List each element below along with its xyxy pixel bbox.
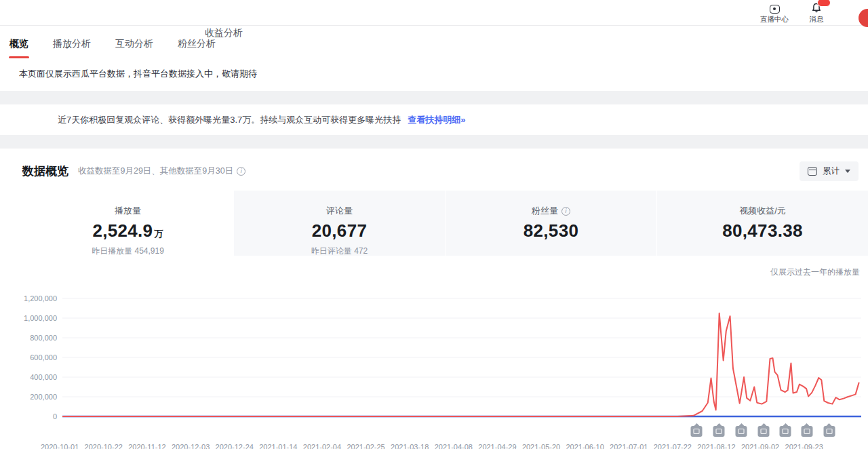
stat-label: 视频收益/元 [739,205,786,217]
y-tick-label: 0 [53,412,57,421]
tab-interaction-analysis[interactable]: 互动分析 [115,38,153,58]
x-tick-label: 2020-11-12 [128,443,165,449]
stat-sub-label: 昨日评论量 [311,246,352,256]
x-tick-label: 2021-04-08 [435,443,473,449]
video-marker-icon[interactable] [758,426,770,437]
trend-plot-svg [62,296,861,418]
calendar-icon [808,167,817,176]
stat-sub-value: 454,919 [134,246,163,256]
x-tick-label: 2021-08-12 [697,443,735,449]
platform-notice: 本页面仅展示西瓜平台数据，抖音平台数据接入中，敬请期待 [9,58,868,91]
x-tick-label: 2021-09-23 [785,443,823,449]
x-tick-label: 2020-12-24 [216,443,254,449]
y-tick-label: 400,000 [30,373,57,381]
live-center-icon [770,5,780,14]
y-tick-label: 1,200,000 [24,294,57,302]
x-tick-label: 2020-10-01 [41,443,79,449]
card-subtitle: 收益数据至9月29日、其他数据至9月30日 [78,165,233,177]
stat-sub-value: 472 [354,246,368,256]
y-axis-labels: 1,200,0001,000,000800,000600,000400,0002… [0,296,62,418]
video-markers [62,426,861,441]
video-marker-icon[interactable] [823,426,835,437]
tabs-section: 概览 播放分析 互动分析 粉丝分析 收益分析 本页面仅展示西瓜平台数据，抖音平台… [0,26,868,91]
notification-badge [817,0,831,7]
x-tick-label: 2021-09-02 [741,443,779,449]
info-icon[interactable] [237,167,245,176]
play-trend-chart: 1,200,0001,000,000800,000600,000400,0002… [0,296,868,418]
video-marker-icon[interactable] [691,426,703,437]
x-tick-label: 2021-05-20 [522,443,560,449]
chevron-down-icon [845,170,850,173]
range-selector[interactable]: 累计 [800,161,859,181]
range-selector-value: 累计 [823,165,840,177]
stat-tile-plays[interactable]: 播放量 2,524.9万 昨日播放量 454,919 [22,191,233,256]
stat-unit: 万 [154,229,163,239]
stat-sub-label: 昨日播放量 [92,246,132,256]
stat-value: 82,530 [524,220,578,241]
y-tick-label: 200,000 [30,393,57,401]
y-tick-label: 1,000,000 [24,314,57,322]
y-tick-label: 600,000 [30,353,57,362]
video-marker-icon[interactable] [780,426,791,437]
x-tick-label: 2021-01-14 [259,443,297,449]
stat-tile-fans[interactable]: 粉丝量 82,530 [446,191,656,256]
stat-tile-revenue[interactable]: 视频收益/元 80,473.38 [657,191,868,256]
video-marker-icon[interactable] [801,426,812,437]
spacer-band [0,91,868,104]
video-marker-icon[interactable] [736,426,747,437]
exposure-notice-text: 近7天你积极回复观众评论、获得额外曝光量3.7万。持续与观众互动可获得更多曝光扶… [58,114,401,126]
top-bar: 直播中心 消息 [0,0,868,26]
stat-tiles: 播放量 2,524.9万 昨日播放量 454,919 评论量 20,677 昨日… [22,191,868,256]
stat-tile-comments[interactable]: 评论量 20,677 昨日评论量 472 [234,191,445,256]
x-tick-label: 2021-07-01 [610,443,648,449]
stat-value: 20,677 [312,220,367,241]
video-marker-icon[interactable] [713,426,725,437]
info-icon[interactable] [561,207,570,216]
x-tick-label: 2021-03-18 [391,443,429,449]
exposure-detail-link[interactable]: 查看扶持明细» [408,114,465,126]
x-tick-label: 2020-12-03 [172,443,210,449]
live-center-label: 直播中心 [760,15,789,24]
stat-value: 80,473.38 [722,220,802,241]
x-tick-label: 2021-02-04 [303,443,341,449]
tab-bar: 概览 播放分析 互动分析 粉丝分析 收益分析 [9,35,868,58]
card-title: 数据概览 [22,163,68,179]
x-tick-label: 2020-10-22 [85,443,123,449]
y-tick-label: 800,000 [30,334,57,342]
stat-value: 2,524.9 [92,220,153,241]
messages-label: 消息 [810,15,824,24]
x-tick-label: 2021-04-29 [478,443,516,449]
x-tick-label: 2021-02-25 [347,443,384,449]
x-tick-label: 2021-07-22 [654,443,692,449]
live-center-button[interactable]: 直播中心 [755,3,793,24]
exposure-notice-bar: 近7天你积极回复观众评论、获得额外曝光量3.7万。持续与观众互动可获得更多曝光扶… [0,104,868,135]
chart-note: 仅展示过去一年的播放量 [0,267,868,279]
tab-play-analysis[interactable]: 播放分析 [53,38,91,58]
x-tick-label: 2021-06-10 [566,443,604,449]
data-overview-card: 数据概览 收益数据至9月29日、其他数据至9月30日 累计 播放量 2,524.… [0,149,868,449]
messages-button[interactable]: 消息 [797,3,835,24]
stat-label: 播放量 [115,205,141,217]
tab-revenue-analysis[interactable]: 收益分析 [205,27,243,47]
stat-label: 粉丝量 [532,205,558,217]
tab-overview[interactable]: 概览 [9,38,28,58]
stat-label: 评论量 [326,205,353,217]
x-axis-labels: 2020-10-012020-10-222020-11-122020-12-03… [41,443,823,449]
plot-area[interactable] [62,296,861,418]
user-avatar[interactable] [859,9,868,27]
